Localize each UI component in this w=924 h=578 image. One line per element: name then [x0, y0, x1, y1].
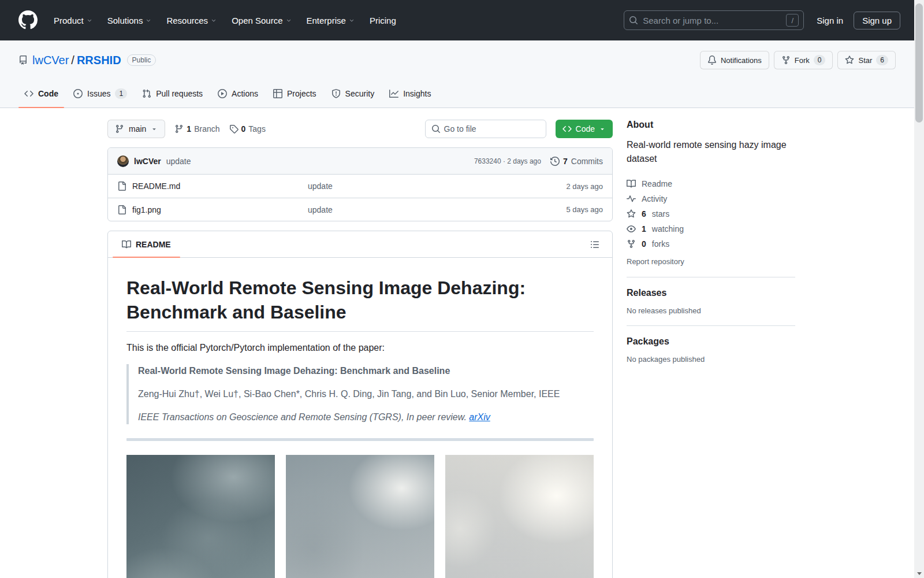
- meta-label: stars: [652, 209, 669, 218]
- tab-pull-requests[interactable]: Pull requests: [136, 80, 208, 108]
- nav-label: Resources: [166, 16, 208, 25]
- fork-icon: [627, 239, 636, 249]
- shield-icon: [331, 89, 341, 98]
- readme-intro: This is the official Pytorch/Pytorch imp…: [126, 341, 594, 355]
- vertical-scrollbar[interactable]: [914, 0, 924, 578]
- scroll-down-arrow[interactable]: [914, 569, 924, 578]
- triangle-down-icon: [599, 125, 606, 132]
- nav-item-resources[interactable]: Resources: [161, 11, 222, 30]
- history-icon: [550, 157, 560, 166]
- avatar[interactable]: [117, 155, 129, 167]
- activity-link[interactable]: Activity: [627, 191, 795, 206]
- top-navbar: Product Solutions Resources Open Source …: [0, 0, 914, 40]
- commit-author-link[interactable]: lwCVer: [134, 157, 161, 166]
- sidebar-divider: [627, 277, 795, 277]
- file-commit-time: 5 days ago: [528, 205, 603, 214]
- github-logo-icon[interactable]: [18, 10, 38, 30]
- repo-description: Real-world remote sensing hazy image dat…: [627, 138, 795, 166]
- scrollbar-thumb[interactable]: [915, 3, 923, 123]
- commit-message-link[interactable]: update: [166, 157, 191, 166]
- star-button[interactable]: Star 6: [837, 51, 896, 69]
- outline-button[interactable]: [587, 236, 603, 253]
- file-commit-time: 2 days ago: [528, 182, 603, 191]
- tab-readme[interactable]: README: [113, 231, 180, 257]
- commit-hash-time[interactable]: 7633240 · 2 days ago: [474, 157, 541, 165]
- search-input[interactable]: [643, 16, 781, 25]
- file-commit-message[interactable]: update: [308, 205, 528, 214]
- readme-link[interactable]: Readme: [627, 176, 795, 191]
- tab-label: Security: [345, 89, 375, 98]
- tab-insights[interactable]: Insights: [383, 80, 437, 108]
- nav-item-solutions[interactable]: Solutions: [102, 11, 158, 30]
- figure-row: [126, 455, 594, 578]
- nav-item-enterprise[interactable]: Enterprise: [301, 11, 360, 30]
- bell-icon: [707, 55, 717, 65]
- report-repository-link[interactable]: Report repository: [627, 257, 684, 266]
- eye-icon: [627, 224, 636, 234]
- branch-selector[interactable]: main: [107, 120, 165, 138]
- forks-link[interactable]: 0 forks: [627, 236, 795, 251]
- fork-button[interactable]: Fork 0: [774, 51, 833, 69]
- nav-label: Open Source: [232, 16, 282, 25]
- table-row[interactable]: fig1.png update 5 days ago: [108, 198, 612, 221]
- ref-stats: 1 Branch 0 Tags: [174, 124, 266, 134]
- book-icon: [627, 179, 636, 188]
- tab-code[interactable]: Code: [18, 80, 64, 108]
- tab-actions[interactable]: Actions: [212, 80, 264, 108]
- repo-header: lwCVer / RRSHID Public Notifications For…: [0, 40, 914, 108]
- tab-projects[interactable]: Projects: [267, 80, 322, 108]
- tab-label: Issues: [87, 89, 110, 98]
- sign-up-button[interactable]: Sign up: [854, 12, 900, 29]
- chevron-down-icon: [349, 17, 355, 23]
- repo-name-link[interactable]: RRSHID: [77, 54, 121, 67]
- branches-link[interactable]: 1 Branch: [174, 124, 219, 134]
- code-icon: [24, 89, 33, 98]
- sidebar-divider: [627, 325, 795, 326]
- file-commit-message[interactable]: update: [308, 181, 528, 191]
- tab-issues[interactable]: Issues 1: [68, 80, 133, 108]
- watching-link[interactable]: 1 watching: [627, 221, 795, 236]
- goto-file-input[interactable]: [444, 124, 549, 134]
- readme-title: Real-World Remote Sensing Image Dehazing…: [126, 276, 594, 332]
- file-icon: [117, 181, 126, 191]
- code-dropdown-button[interactable]: Code: [556, 120, 613, 138]
- pull-request-icon: [142, 89, 151, 98]
- arxiv-link[interactable]: arXiv: [469, 412, 490, 422]
- packages-empty-note: No packages published: [627, 355, 795, 364]
- file-name-link[interactable]: README.md: [132, 181, 180, 191]
- branches-count: 1: [187, 124, 191, 134]
- code-button-label: Code: [576, 124, 595, 134]
- star-icon: [845, 55, 854, 65]
- file-name-link[interactable]: fig1.png: [132, 205, 161, 214]
- hazy-remote-sensing-image-2[interactable]: [286, 455, 434, 578]
- readme-content: Real-World Remote Sensing Image Dehazing…: [108, 258, 612, 578]
- nav-item-product[interactable]: Product: [48, 11, 98, 30]
- releases-empty-note: No releases published: [627, 306, 795, 315]
- global-search-box[interactable]: /: [624, 10, 804, 30]
- commit-history-link[interactable]: 7 Commits: [550, 157, 603, 166]
- nav-item-open-source[interactable]: Open Source: [226, 11, 297, 30]
- meta-label: forks: [652, 239, 669, 249]
- tab-security[interactable]: Security: [326, 80, 381, 108]
- chevron-down-icon: [87, 17, 92, 23]
- paper-venue: IEEE Transactions on Geoscience and Remo…: [138, 412, 469, 422]
- hazy-remote-sensing-image-3[interactable]: [445, 455, 594, 578]
- stars-link[interactable]: 6 stars: [627, 206, 795, 221]
- tags-link[interactable]: 0 Tags: [229, 124, 266, 134]
- goto-file-box[interactable]: [425, 120, 546, 138]
- fork-icon: [781, 55, 791, 65]
- tags-count: 0: [241, 124, 246, 134]
- repo-separator: /: [71, 54, 74, 67]
- paper-blockquote: Real-World Remote Sensing Image Dehazing…: [126, 364, 594, 424]
- repo-meta-list: Readme Activity 6 stars 1 watching 0 for…: [627, 176, 795, 251]
- readme-panel: README Real-World Remote Sensing Image D…: [107, 231, 613, 578]
- nav-item-pricing[interactable]: Pricing: [364, 11, 402, 30]
- packages-title: Packages: [627, 336, 795, 347]
- hazy-remote-sensing-image-1[interactable]: [126, 455, 275, 578]
- sign-in-link[interactable]: Sign in: [817, 16, 843, 25]
- issue-opened-icon: [73, 89, 83, 98]
- notifications-button[interactable]: Notifications: [700, 51, 769, 69]
- repo-owner-link[interactable]: lwCVer: [32, 54, 69, 67]
- commits-count: 7: [563, 157, 568, 166]
- table-row[interactable]: README.md update 2 days ago: [108, 175, 612, 198]
